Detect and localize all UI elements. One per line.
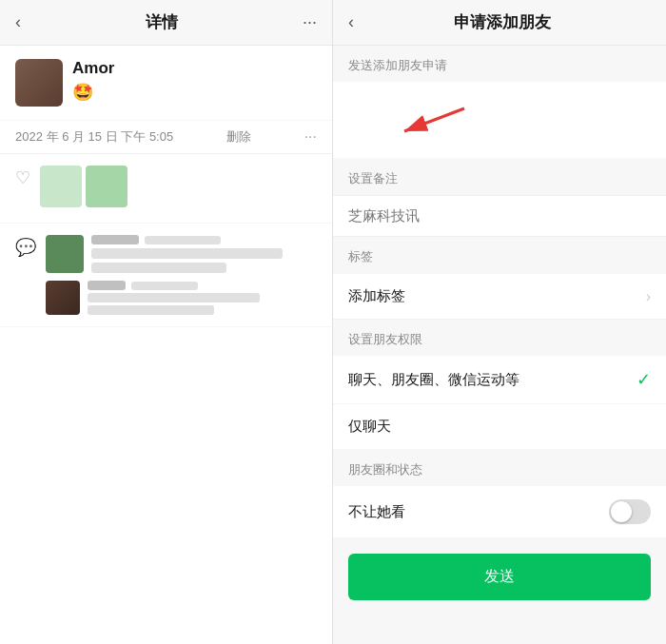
comment-avatar — [46, 281, 80, 315]
back-icon-left[interactable]: ‹ — [15, 12, 21, 32]
detail-title: 详情 — [146, 11, 178, 33]
permission-text-2: 仅聊天 — [348, 418, 391, 436]
chevron-right-icon: › — [646, 288, 651, 305]
delete-button[interactable]: 删除 — [226, 128, 251, 146]
svg-line-1 — [404, 108, 464, 131]
permission-option-1[interactable]: 聊天、朋友圈、微信运动等 ✓ — [333, 356, 666, 404]
heart-post-item: ♡ — [0, 154, 332, 224]
permission-text-1: 聊天、朋友圈、微信运动等 — [348, 371, 519, 389]
comment-icon: 💬 — [15, 237, 36, 258]
request-input-area[interactable] — [333, 82, 666, 158]
avatar — [15, 59, 63, 107]
comment-post-item: 💬 — [0, 224, 332, 327]
profile-info: Amor 🤩 — [72, 59, 317, 103]
remark-section[interactable] — [333, 195, 666, 237]
left-header: ‹ 详情 ··· — [0, 0, 332, 46]
permission-option-2[interactable]: 仅聊天 — [333, 404, 666, 450]
tag-section-label: 标签 — [333, 237, 666, 273]
post-images — [40, 166, 127, 207]
profile-section: Amor 🤩 — [0, 46, 332, 120]
avatar-image — [15, 59, 63, 107]
comment-text-2 — [88, 305, 214, 315]
post-date: 2022 年 6 月 15 日 下午 5:05 — [15, 128, 173, 146]
heart-icon: ♡ — [15, 167, 30, 188]
comment-text — [88, 293, 260, 302]
right-header-title: 申请添加朋友 — [354, 11, 651, 33]
right-header: ‹ 申请添加朋友 — [333, 0, 666, 46]
profile-name: Amor — [72, 59, 317, 78]
more-icon[interactable]: ··· — [303, 12, 317, 32]
right-panel: ‹ 申请添加朋友 发送添加朋友申请 设置备注 标签 添加标签 › — [333, 0, 666, 644]
toggle-switch[interactable] — [609, 499, 651, 524]
left-panel: ‹ 详情 ··· Amor 🤩 2022 年 6 月 15 日 下午 5:05 … — [0, 0, 333, 644]
moments-option[interactable]: 不让她看 — [333, 486, 666, 538]
posts-section: ♡ 💬 — [0, 154, 332, 644]
post-text-blurred — [91, 235, 317, 273]
right-content: 发送添加朋友申请 设置备注 标签 添加标签 › 设置朋友权限 — [333, 46, 666, 644]
blur-text-short — [91, 263, 226, 273]
tag-section[interactable]: 添加标签 › — [333, 274, 666, 320]
post-date-row: 2022 年 6 月 15 日 下午 5:05 删除 ··· — [0, 121, 332, 154]
add-tag-label: 添加标签 — [348, 287, 405, 305]
post-dots[interactable]: ··· — [304, 128, 317, 146]
moments-label: 朋友圈和状态 — [333, 450, 666, 486]
check-icon: ✓ — [637, 369, 651, 390]
post-thumbnail-2 — [86, 166, 127, 207]
remark-input[interactable] — [348, 207, 651, 224]
red-arrow-icon — [390, 101, 466, 139]
profile-emoji: 🤩 — [72, 82, 317, 103]
blur-text — [91, 248, 283, 259]
send-btn-container: 发送 — [333, 538, 666, 615]
comment-content — [88, 281, 317, 315]
toggle-knob — [611, 501, 632, 522]
send-button[interactable]: 发送 — [348, 554, 651, 600]
post-thumbnail-1 — [40, 166, 82, 207]
send-request-label: 发送添加朋友申请 — [333, 46, 666, 82]
remark-label: 设置备注 — [333, 159, 666, 195]
permission-label: 设置朋友权限 — [333, 320, 666, 356]
moments-text: 不让她看 — [348, 503, 405, 521]
